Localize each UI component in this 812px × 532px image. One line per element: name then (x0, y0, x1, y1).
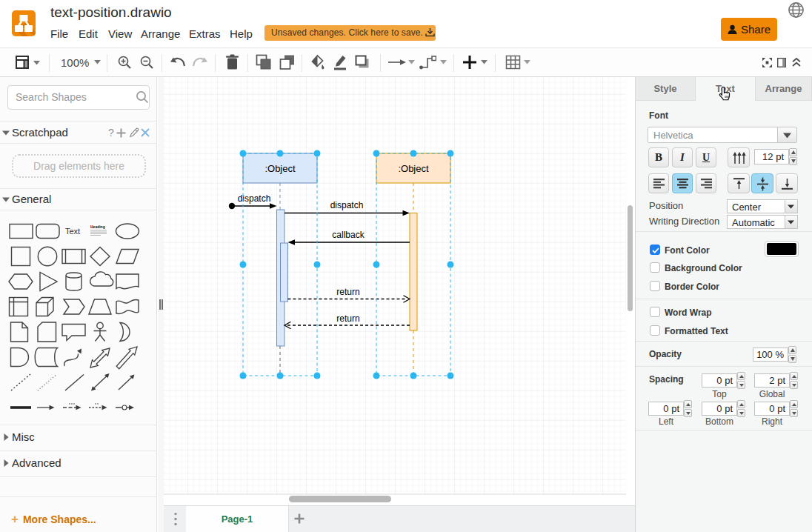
svg-text:callback: callback (332, 230, 365, 240)
svg-text::Object: :Object (398, 163, 429, 174)
svg-text::Object: :Object (264, 163, 296, 174)
svg-text:Text: Text (65, 227, 80, 236)
svg-text:dispatch: dispatch (330, 200, 364, 210)
svg-text:return: return (336, 313, 359, 324)
svg-text:dispatch: dispatch (238, 193, 271, 204)
svg-text:return: return (336, 287, 359, 297)
svg-text:Heading: Heading (90, 225, 105, 229)
